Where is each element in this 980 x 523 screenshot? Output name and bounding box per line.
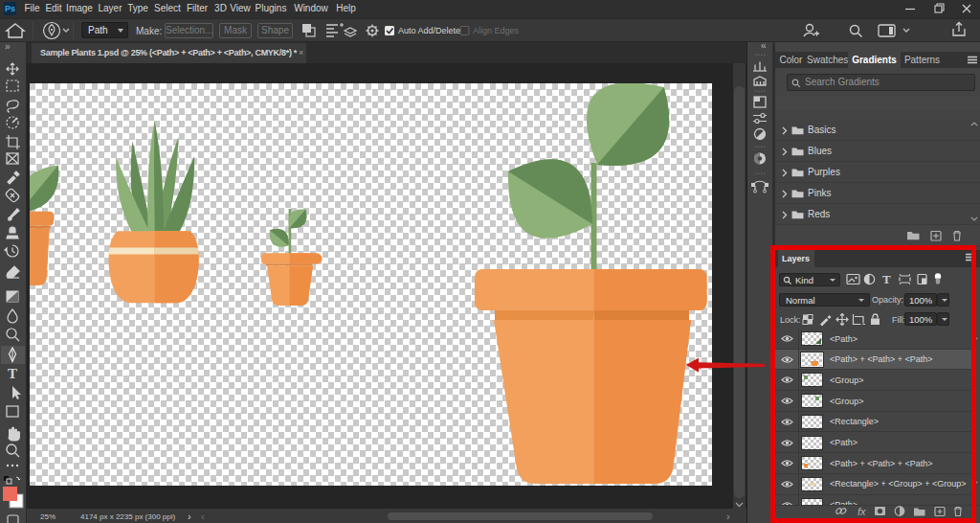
- svg-text:T: T: [8, 366, 17, 381]
